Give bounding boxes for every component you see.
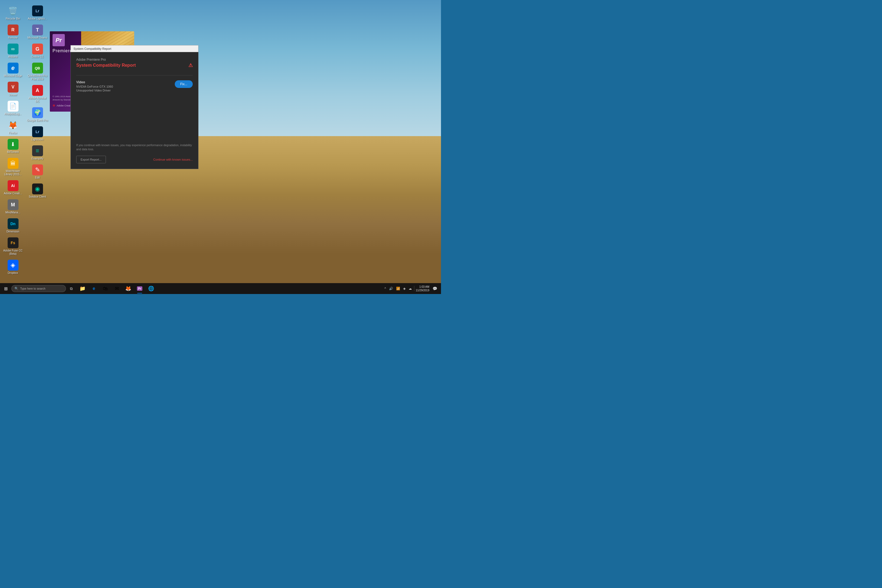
edge-icon: e xyxy=(8,63,18,74)
adobe-cc-label: Adobe Creati... xyxy=(4,192,22,195)
system-compatibility-dialog: System Compatibility Report Adobe Premie… xyxy=(70,45,198,169)
icon-analysis[interactable]: 📄 AnalysisLog... xyxy=(2,99,24,117)
solstice-icon: ◉ xyxy=(32,183,43,194)
video-status: Unsupported Video Driver xyxy=(76,89,175,92)
bittorrent-icon: ⬇ xyxy=(8,139,18,150)
icon-firefox[interactable]: 🦊 Firefox xyxy=(2,118,24,136)
system-clock[interactable]: 1:03 AM 11/29/2019 xyxy=(416,285,429,292)
edge-label: Microsoft Edge xyxy=(4,74,22,78)
icon-earth-pro[interactable]: 🌍 Google Earth Pro xyxy=(26,106,49,124)
dialog-warning-text: If you continue with known issues, you m… xyxy=(76,143,193,152)
earth-pro-icon: 🌍 xyxy=(32,107,43,118)
edit-icon: ✎ xyxy=(32,164,43,175)
lightroom2-icon: Lr xyxy=(32,126,43,137)
export-report-button[interactable]: Export Report... xyxy=(76,156,106,164)
icon-edge[interactable]: e Microsoft Edge xyxy=(2,61,24,79)
tray-volume-icon[interactable]: 🔊 xyxy=(388,286,394,291)
taskbar-search-placeholder: Type here to search xyxy=(20,287,45,290)
taskbar-search-icon: 🔍 xyxy=(14,286,18,291)
taskbar-file-explorer[interactable]: 📁 xyxy=(77,283,88,294)
taskbar-extra[interactable]: 🌐 xyxy=(146,283,157,294)
taskbar-firefox[interactable]: 🦊 xyxy=(123,283,134,294)
notifications-icon: 💬 xyxy=(432,286,437,291)
icon-adobe-cc[interactable]: Ai Adobe Creati... xyxy=(2,179,24,196)
video-section: Video NVIDIA GeForce GTX 1060 Unsupporte… xyxy=(76,78,193,94)
lightroom2-label: Lightroom xyxy=(31,138,43,141)
icon-dropbox[interactable]: ◈ Dropbox xyxy=(2,258,24,276)
dialog-app-title: Adobe Premiere Pro xyxy=(76,58,193,62)
taskbar-premiere[interactable]: Pr xyxy=(134,283,146,294)
adobe-cc-icon: Ai xyxy=(8,180,18,191)
edit-label: Edit xyxy=(35,176,40,179)
clock-time: 1:03 AM xyxy=(419,285,429,288)
warning-triangle-icon: ⚠ xyxy=(188,62,193,68)
task-view-button[interactable]: ⧉ xyxy=(66,283,77,294)
firefox-icon: 🦊 xyxy=(8,120,18,130)
mindjet-icon: M xyxy=(8,199,18,210)
dialog-report-title: System Compatibility Report ⚠ xyxy=(76,62,193,68)
lightroom-icon: Lr xyxy=(32,6,43,16)
icon-bittorrent[interactable]: ⬇ BitTorrent xyxy=(2,138,24,155)
taskbar-store[interactable]: 🛍 xyxy=(100,283,111,294)
tray-cloud-icon[interactable]: ☁ xyxy=(408,286,413,291)
icon-acrobat[interactable]: A Adobe Acrobat DC xyxy=(26,84,49,105)
windows-logo-icon: ⊞ xyxy=(4,286,8,291)
icon-lightroom2[interactable]: Lr Lightroom xyxy=(26,125,49,142)
store-icon: 🛍 xyxy=(103,286,108,291)
icon-recycle-bin[interactable]: 🗑️ Recycle Bin xyxy=(2,4,24,22)
taskbar-extra-icon: 🌐 xyxy=(148,285,154,291)
icon-watchtower[interactable]: 🏛 Watchtower Library 2015... xyxy=(2,156,24,177)
godox-label: Godox G1 xyxy=(31,55,44,58)
dialog-body: Adobe Premiere Pro System Compatibility … xyxy=(70,52,198,169)
bittorrent-label: BitTorrent xyxy=(7,150,19,154)
icon-solstice[interactable]: ◉ Solstice Client xyxy=(26,182,49,200)
taskbar-mail[interactable]: ✉ xyxy=(111,283,123,294)
taskbar-search[interactable]: 🔍 Type here to search xyxy=(11,285,66,292)
video-info: Video NVIDIA GeForce GTX 1060 Unsupporte… xyxy=(76,80,175,92)
desktop: 🗑️ Recycle Bin R Remote ∞ Arduino e Micr… xyxy=(0,0,441,294)
icon-edit[interactable]: ✎ Edit xyxy=(26,163,49,181)
video-label: Video xyxy=(76,80,175,84)
icon-remote[interactable]: R Remote xyxy=(2,23,24,41)
tray-network-icon[interactable]: 📶 xyxy=(395,286,401,291)
icon-examplify[interactable]: ≡ Examplify xyxy=(26,144,49,162)
taskbar-edge[interactable]: e xyxy=(88,283,100,294)
teams-label: Microsoft Teams xyxy=(27,36,47,39)
icon-mindjet[interactable]: M MindMana... xyxy=(2,198,24,216)
icon-godox[interactable]: G Godox G1 xyxy=(26,42,49,60)
quickbooks-label: QuickBooks Pro Plus 2019 xyxy=(27,74,48,81)
icon-fuse[interactable]: Fs Adobe Fuse CC (Beta) xyxy=(2,236,24,257)
viewer-icon: V xyxy=(8,82,18,93)
video-device: NVIDIA GeForce GTX 1060 xyxy=(76,85,175,88)
dialog-actions: Export Report... Continue with known iss… xyxy=(76,156,193,164)
continue-with-issues-link[interactable]: Continue with known issues... xyxy=(153,158,193,161)
notifications-button[interactable]: 💬 xyxy=(430,283,439,294)
icon-dimension[interactable]: Dn Dimension xyxy=(2,217,24,235)
icon-quickbooks[interactable]: QB QuickBooks Pro Plus 2019 xyxy=(26,61,49,82)
fix-button[interactable]: Fix... xyxy=(175,80,193,88)
dropbox-label: Dropbox xyxy=(8,272,18,274)
arduino-icon: ∞ xyxy=(8,44,18,54)
desktop-icons: 🗑️ Recycle Bin R Remote ∞ Arduino e Micr… xyxy=(0,3,54,283)
icon-lightroom[interactable]: Lr Adobe Lightro... xyxy=(26,4,49,22)
dropbox-icon: ◈ xyxy=(8,260,18,271)
lightroom-label: Adobe Lightro... xyxy=(28,17,47,20)
task-view-icon: ⧉ xyxy=(70,286,73,291)
taskbar-edge-icon: e xyxy=(93,286,95,291)
taskbar-tray: ^ 🔊 📶 ◈ ☁ 1:03 AM 11/29/2019 💬 xyxy=(384,283,441,294)
analysis-icon: 📄 xyxy=(8,101,18,112)
icon-viewer[interactable]: V Viewer xyxy=(2,80,24,98)
mail-icon: ✉ xyxy=(115,285,119,291)
tray-arrow-icon[interactable]: ^ xyxy=(384,286,387,291)
icon-arduino[interactable]: ∞ Arduino xyxy=(2,42,24,60)
icon-teams[interactable]: T Microsoft Teams xyxy=(26,23,49,41)
recycle-bin-icon: 🗑️ xyxy=(8,6,18,16)
taskbar-firefox-icon: 🦊 xyxy=(125,285,131,291)
mindjet-label: MindMana... xyxy=(6,211,20,214)
firefox-label: Firefox xyxy=(9,132,17,135)
start-button[interactable]: ⊞ xyxy=(0,283,11,294)
cc-icon: ❋ xyxy=(52,104,55,108)
examplify-icon: ≡ xyxy=(32,146,43,156)
watchtower-icon: 🏛 xyxy=(8,158,18,169)
tray-dropbox-icon[interactable]: ◈ xyxy=(402,286,406,291)
